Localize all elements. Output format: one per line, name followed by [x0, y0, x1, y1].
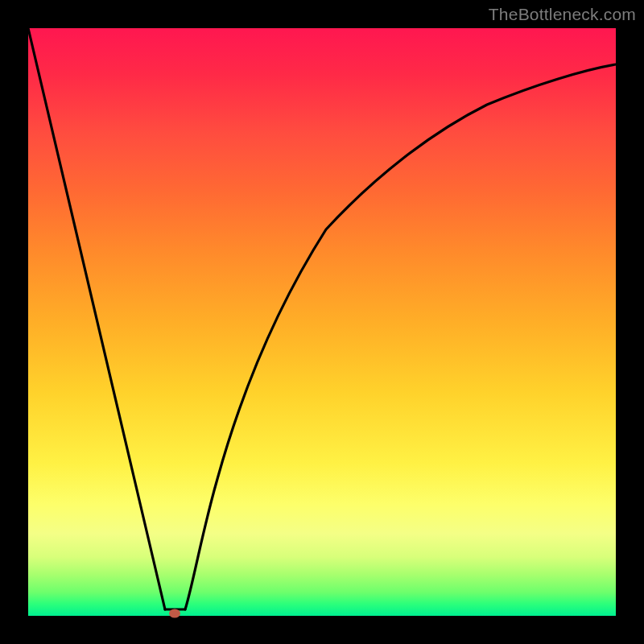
plot-area [28, 28, 616, 616]
chart-frame: TheBottleneck.com [0, 0, 644, 644]
optimal-point-marker [169, 609, 180, 618]
watermark-text: TheBottleneck.com [489, 5, 636, 24]
curve-left-segment [28, 28, 165, 609]
bottleneck-curve [28, 28, 616, 616]
curve-right-segment [185, 64, 616, 609]
